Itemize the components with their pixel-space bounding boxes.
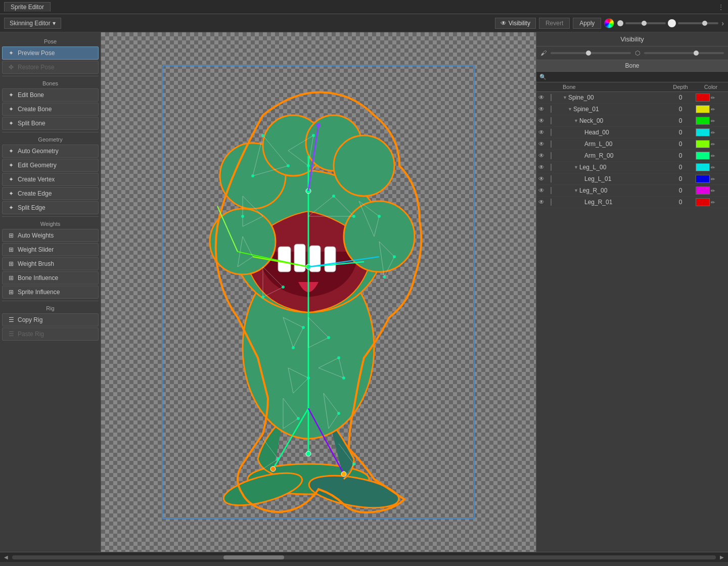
- preview-pose-button[interactable]: ✦ Preview Pose: [2, 46, 99, 60]
- color-swatch[interactable]: [696, 140, 710, 148]
- svg-point-87: [302, 326, 305, 329]
- sprite-influence-button[interactable]: ⊞ Sprite Influence: [2, 286, 99, 299]
- scroll-thumb[interactable]: [223, 555, 284, 559]
- svg-point-82: [307, 164, 310, 167]
- color-swatch[interactable]: [696, 175, 710, 183]
- pipette-icon[interactable]: ✏: [711, 200, 715, 205]
- eye-icon[interactable]: 👁: [538, 129, 544, 136]
- color-swatch[interactable]: [696, 117, 710, 125]
- contrast-thumb[interactable]: [702, 21, 707, 26]
- svg-point-22: [270, 466, 276, 471]
- color-swatch[interactable]: [696, 128, 710, 136]
- scroll-left-icon[interactable]: ◀: [2, 554, 10, 560]
- brightness-slider[interactable]: [625, 22, 666, 24]
- dropdown-arrow-icon: ▾: [53, 20, 56, 27]
- contrast-slider[interactable]: [678, 22, 718, 24]
- eye-icon[interactable]: 👁: [538, 106, 544, 113]
- pipette-icon[interactable]: ✏: [711, 107, 715, 112]
- restore-pose-button[interactable]: ✤ Restore Pose: [2, 61, 99, 74]
- color-swatch[interactable]: [696, 105, 710, 113]
- visibility-thumb[interactable]: [694, 51, 699, 56]
- triangle-icon: ▼: [574, 118, 578, 123]
- brightness-thumb[interactable]: [642, 21, 647, 26]
- more-tabs-icon[interactable]: ⋮: [718, 4, 724, 11]
- pipette-icon[interactable]: ✏: [711, 95, 715, 101]
- eye-icon[interactable]: 👁: [538, 94, 544, 101]
- color-swatch[interactable]: [696, 93, 710, 102]
- copy-rig-button[interactable]: ☰ Copy Rig: [2, 313, 99, 326]
- col-color-label: Color: [696, 84, 726, 90]
- svg-point-83: [332, 195, 335, 198]
- eye-icon[interactable]: 👁: [538, 117, 544, 124]
- color-swatch[interactable]: [696, 186, 710, 195]
- pose-section-label: Pose: [2, 36, 99, 45]
- color-swatch[interactable]: [696, 198, 710, 206]
- eye-icon[interactable]: 👁: [538, 175, 544, 182]
- edit-geometry-button[interactable]: ✦ Edit Geometry: [2, 159, 99, 172]
- pipette-icon[interactable]: ✏: [711, 153, 715, 159]
- eye-icon[interactable]: 👁: [538, 164, 544, 171]
- second-bar: Skinning Editor ▾ 👁 Visibility Revert Ap…: [0, 14, 728, 32]
- svg-point-89: [327, 336, 330, 339]
- eye-icon[interactable]: 👁: [538, 152, 544, 159]
- svg-point-78: [261, 134, 264, 137]
- bone-name: Leg_L_01: [584, 175, 611, 182]
- split-edge-button[interactable]: ✦ Split Edge: [2, 201, 99, 214]
- table-row: 👁▼Spine_000✏: [536, 92, 728, 104]
- sprite-canvas: [162, 65, 475, 520]
- bone-influence-button[interactable]: ⊞ Bone Influence: [2, 271, 99, 285]
- pipette-icon[interactable]: ✏: [711, 118, 715, 124]
- eye-visibility-icon: 👁: [500, 20, 507, 27]
- skinning-editor-label: Skinning Editor: [10, 20, 51, 27]
- visibility-slider[interactable]: [644, 52, 724, 54]
- eye-icon[interactable]: 👁: [538, 199, 544, 206]
- paste-rig-button[interactable]: ☰ Paste Rig: [2, 327, 99, 341]
- create-vertex-button[interactable]: ✦ Create Vertex: [2, 173, 99, 186]
- eye-icon[interactable]: 👁: [538, 140, 544, 148]
- create-vertex-icon: ✦: [8, 176, 15, 183]
- panel-title: Visibility: [536, 32, 728, 46]
- svg-point-99: [393, 255, 396, 258]
- pipette-icon[interactable]: ✏: [711, 188, 715, 194]
- create-bone-button[interactable]: ✦ Create Bone: [2, 103, 99, 116]
- opacity-slider[interactable]: [551, 52, 631, 54]
- bone-influence-icon: ⊞: [8, 274, 15, 281]
- sprite-editor-tab[interactable]: Sprite Editor: [4, 2, 51, 12]
- skinning-editor-dropdown[interactable]: Skinning Editor ▾: [4, 18, 61, 29]
- opacity-thumb[interactable]: [586, 51, 591, 56]
- color-swatch[interactable]: [696, 152, 710, 160]
- triangle-icon: ▼: [574, 165, 578, 170]
- color-cell: ✏: [696, 140, 726, 148]
- weight-brush-button[interactable]: ⊞ Weight Brush: [2, 257, 99, 270]
- apply-button[interactable]: Apply: [573, 18, 601, 29]
- color-swatch[interactable]: [696, 163, 710, 171]
- color-wheel-icon[interactable]: [604, 18, 614, 28]
- triangle-icon: ▼: [563, 95, 567, 100]
- svg-point-84: [352, 215, 355, 218]
- search-input[interactable]: [549, 73, 725, 80]
- svg-point-28: [316, 123, 321, 127]
- svg-point-80: [251, 174, 254, 177]
- pipette-icon[interactable]: ✏: [711, 176, 715, 182]
- auto-weights-button[interactable]: ⊞ Auto Weights: [2, 229, 99, 242]
- pipette-icon[interactable]: ✏: [711, 142, 715, 147]
- visibility-button[interactable]: 👁 Visibility: [495, 18, 536, 29]
- auto-geometry-button[interactable]: ✦ Auto Geometry: [2, 145, 99, 158]
- pipette-icon[interactable]: ✏: [711, 130, 715, 135]
- canvas-area[interactable]: [101, 32, 536, 552]
- svg-point-90: [307, 376, 310, 380]
- split-bone-button[interactable]: ✦ Split Bone: [2, 117, 99, 130]
- rig-section-label: Rig: [2, 303, 99, 312]
- depth-value: 0: [665, 164, 696, 171]
- create-edge-button[interactable]: ✦ Create Edge: [2, 187, 99, 200]
- eye-icon[interactable]: 👁: [538, 187, 544, 194]
- depth-value: 0: [665, 152, 696, 159]
- scroll-track[interactable]: [12, 555, 716, 559]
- pipette-icon[interactable]: ✏: [711, 165, 715, 170]
- svg-point-95: [277, 457, 280, 460]
- revert-button[interactable]: Revert: [539, 18, 570, 29]
- weight-slider-button[interactable]: ⊞ Weight Slider: [2, 243, 99, 256]
- scroll-right-icon[interactable]: ▶: [718, 554, 726, 560]
- panel-arrow-icon[interactable]: ›: [721, 19, 724, 27]
- edit-bone-button[interactable]: ✦ Edit Bone: [2, 88, 99, 102]
